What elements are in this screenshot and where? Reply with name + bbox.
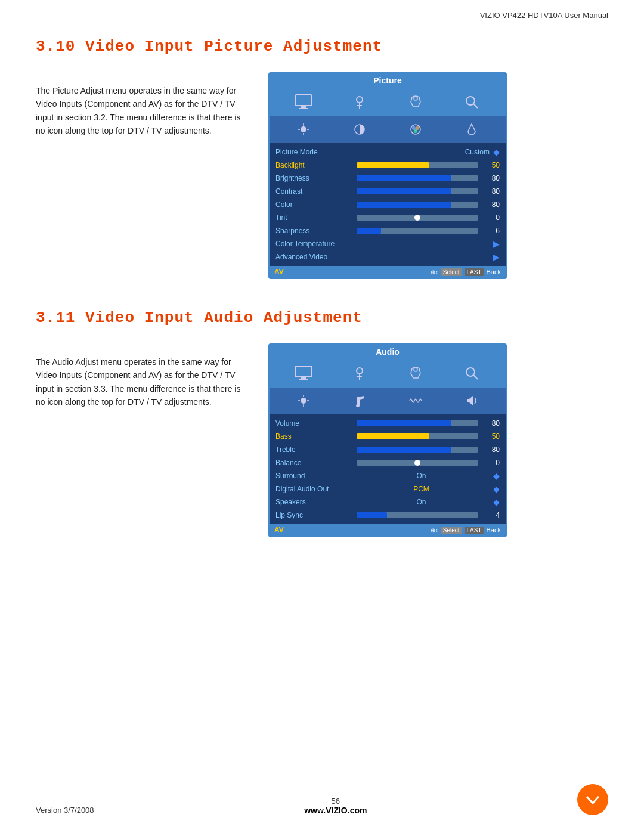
audio-back-label: Back: [487, 527, 501, 534]
treble-bar: [357, 447, 478, 453]
picture-back-label: Back: [487, 268, 501, 275]
picture-menu-footer: AV ⊕↕ Select LAST Back: [270, 266, 506, 278]
brightness-label: Brightness: [275, 174, 353, 182]
contrast-row: Contrast 80: [270, 185, 506, 198]
page-content: 3.10 Video Input Picture Adjustment The …: [0, 20, 644, 585]
section1-text: The Picture Adjust menu operates in the …: [36, 72, 250, 138]
color-temp-label: Color Temperature: [275, 240, 353, 248]
footer-version-block: Version 3/7/2008: [36, 804, 94, 815]
bass-bar: [357, 433, 478, 439]
contrast-value: 80: [482, 187, 500, 196]
monitor-icon: [293, 91, 314, 113]
backlight-fill: [357, 162, 429, 168]
svg-point-22: [357, 368, 363, 374]
footer-website: www.VIZIO.com: [94, 806, 577, 815]
picture-dpad-icon: ⊕↕: [431, 269, 438, 275]
sun-icon: [293, 119, 314, 140]
section2-text: The Audio Adjust menu operates in the sa…: [36, 343, 250, 409]
surround-arrow: ◆: [493, 471, 500, 481]
figure-icon: [405, 91, 426, 113]
sharpness-fill: [357, 228, 381, 234]
sharpness-row: Sharpness 6: [270, 224, 506, 237]
audio-select-btn: Select: [441, 527, 462, 534]
audio-footer-controls: ⊕↕ Select LAST Back: [431, 527, 501, 534]
brightness-row: Brightness 80: [270, 172, 506, 185]
digital-audio-value: PCM: [413, 485, 429, 493]
lip-sync-row: Lip Sync 4: [270, 509, 506, 522]
balance-label: Balance: [275, 459, 353, 467]
contrast-icon: [349, 119, 370, 140]
section1-body: The Picture Adjust menu operates in the …: [36, 72, 608, 279]
contrast-fill: [357, 188, 451, 194]
svg-rect-1: [301, 106, 306, 108]
speakers-value: On: [416, 498, 426, 506]
bass-label: Bass: [275, 432, 353, 441]
picture-menu-title: Picture: [270, 73, 506, 88]
color-fill: [357, 202, 451, 208]
advanced-video-label: Advanced Video: [275, 253, 353, 261]
section2-title: 3.11 Video Input Audio Adjustment: [36, 309, 608, 327]
sharpness-label: Sharpness: [275, 227, 353, 235]
balance-bar: [357, 460, 478, 466]
svg-point-28: [301, 398, 306, 404]
audio-settings-icon: [349, 363, 370, 384]
section2-body: The Audio Adjust menu operates in the sa…: [36, 343, 608, 537]
brightness-value: 80: [482, 174, 500, 182]
lip-sync-fill: [357, 512, 387, 518]
svg-rect-21: [299, 379, 308, 380]
audio-footer-av: AV: [274, 526, 284, 534]
footer-logo-block: [577, 784, 608, 815]
brightness-fill: [357, 175, 451, 181]
vizio-logo: [577, 784, 608, 815]
tint-value: 0: [482, 213, 500, 222]
svg-point-6: [414, 97, 417, 100]
color-bar: [357, 202, 478, 208]
color-icon: [405, 119, 426, 140]
svg-point-17: [416, 126, 419, 130]
bass-value: 50: [482, 432, 500, 441]
sharpness-bar: [357, 228, 478, 234]
balance-value: 0: [482, 459, 500, 467]
surround-label: Surround: [275, 472, 353, 480]
manual-title: VIZIO VP422 HDTV10A User Manual: [480, 11, 608, 20]
picture-menu: Picture: [268, 72, 507, 279]
svg-point-7: [466, 97, 475, 105]
picture-mode-value: Custom: [465, 148, 490, 156]
sharpness-value: 6: [482, 227, 500, 235]
audio-last-btn: LAST: [465, 527, 484, 534]
svg-point-18: [414, 129, 417, 133]
audio-speaker-icon: [461, 390, 482, 411]
svg-point-25: [414, 368, 417, 371]
audio-figure-icon: [405, 363, 426, 384]
treble-value: 80: [482, 445, 500, 454]
audio-menu-footer: AV ⊕↕ Select LAST Back: [270, 524, 506, 536]
svg-line-27: [473, 375, 478, 379]
svg-point-9: [301, 126, 306, 132]
footer-version: Version 3/7/2008: [36, 806, 94, 815]
volume-label: Volume: [275, 419, 353, 428]
settings-icon: [349, 91, 370, 113]
audio-monitor-icon: [293, 363, 314, 384]
audio-menu: Audio: [268, 343, 507, 537]
backlight-label: Backlight: [275, 161, 353, 169]
volume-row: Volume 80: [270, 417, 506, 430]
section1-menu-screen: Picture: [268, 72, 507, 279]
tint-dot: [414, 215, 420, 221]
color-label: Color: [275, 200, 353, 209]
audio-note-icon: [349, 390, 370, 411]
lip-sync-label: Lip Sync: [275, 511, 353, 519]
color-value: 80: [482, 200, 500, 209]
audio-wave-icon: [405, 390, 426, 411]
bass-fill: [357, 433, 429, 439]
picture-footer-controls: ⊕↕ Select LAST Back: [431, 268, 501, 276]
volume-bar: [357, 420, 478, 426]
svg-point-33: [582, 789, 603, 810]
picture-menu-icons-row1: [270, 88, 506, 116]
audio-menu-icons-row2: [270, 388, 506, 414]
balance-row: Balance 0: [270, 456, 506, 469]
surround-row: Surround On ◆: [270, 469, 506, 482]
page-footer: Version 3/7/2008 56 www.VIZIO.com: [0, 784, 644, 815]
digital-audio-label: Digital Audio Out: [275, 485, 353, 493]
picture-last-btn: LAST: [465, 268, 484, 276]
svg-rect-0: [295, 95, 312, 106]
